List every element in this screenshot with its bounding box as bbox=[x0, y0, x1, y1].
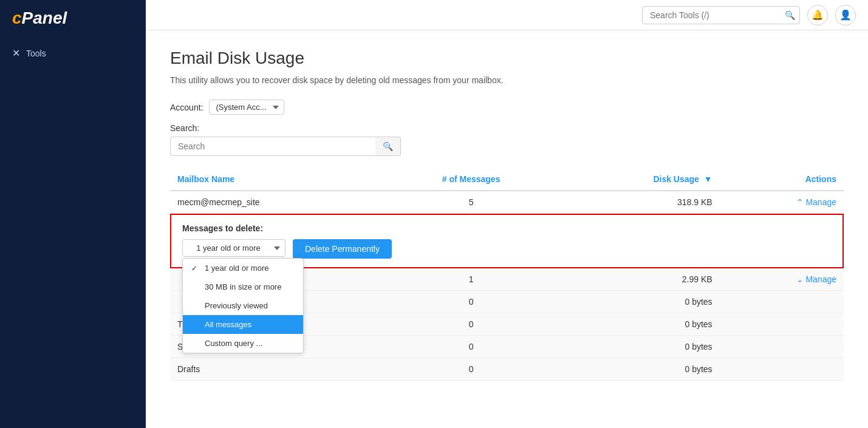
user-menu-button[interactable]: 👤 bbox=[835, 5, 856, 25]
sidebar-item-tools[interactable]: ✕ Tools bbox=[0, 40, 146, 66]
dropdown-item-custom[interactable]: Custom query ... bbox=[183, 334, 303, 353]
dropdown-item-all[interactable]: All messages bbox=[183, 315, 303, 334]
cell-messages: 1 bbox=[389, 268, 553, 291]
account-row: Account: (System Acc... bbox=[170, 100, 844, 115]
cell-disk: 0 bytes bbox=[553, 336, 720, 358]
topbar: 🔍 🔔 👤 bbox=[146, 0, 868, 30]
page-title: Email Disk Usage bbox=[170, 49, 844, 68]
sidebar-nav: ✕ Tools bbox=[0, 34, 146, 72]
sidebar-item-label: Tools bbox=[26, 49, 46, 58]
manage-expanded-panel: Messages to delete: 1 year old or more ✓ bbox=[170, 214, 844, 268]
content: Email Disk Usage This utility allows you… bbox=[146, 30, 868, 428]
table-row: Drafts 0 0 bytes bbox=[170, 358, 844, 381]
search-icon: 🔍 bbox=[383, 141, 393, 151]
cell-mailbox: Drafts bbox=[170, 358, 389, 381]
dropdown-item-viewed[interactable]: Previously viewed bbox=[183, 296, 303, 315]
col-messages[interactable]: # of Messages bbox=[389, 168, 553, 191]
tools-icon: ✕ bbox=[12, 47, 20, 59]
account-select[interactable]: (System Acc... bbox=[209, 100, 284, 115]
cell-disk: 0 bytes bbox=[553, 291, 720, 313]
cell-actions: ⌄ Manage bbox=[720, 268, 844, 291]
dropdown-menu: ✓ 1 year old or more 30 MB in size or mo… bbox=[182, 258, 304, 353]
dropdown-item-30mb[interactable]: 30 MB in size or more bbox=[183, 277, 303, 296]
search-tools-button[interactable]: 🔍 bbox=[785, 10, 795, 20]
cell-actions: ⌃ Manage bbox=[720, 191, 844, 214]
cell-disk: 0 bytes bbox=[553, 358, 720, 381]
manage-link-row2[interactable]: ⌄ Manage bbox=[796, 274, 836, 284]
sidebar: cPanel ✕ Tools bbox=[0, 0, 146, 428]
dropdown-selected-text: 1 year old or more bbox=[196, 243, 261, 253]
messages-dropdown[interactable]: 1 year old or more bbox=[182, 239, 285, 257]
expanded-panel-cell: Messages to delete: 1 year old or more ✓ bbox=[170, 214, 844, 269]
main-area: 🔍 🔔 👤 Email Disk Usage This utility allo… bbox=[146, 0, 868, 428]
page-description: This utility allows you to recover disk … bbox=[170, 75, 844, 85]
sort-icon: ▼ bbox=[704, 174, 713, 184]
cell-messages: 0 bbox=[389, 358, 553, 381]
dropdown-item-label: All messages bbox=[205, 320, 251, 329]
cell-mailbox: mecm@mecmep_site bbox=[170, 191, 389, 214]
search-button[interactable]: 🔍 bbox=[375, 137, 401, 156]
col-actions: Actions bbox=[720, 168, 844, 191]
cpanel-logo: cPanel bbox=[0, 0, 146, 34]
cpanel-logo-text: cPanel bbox=[12, 8, 67, 28]
mailbox-table: Mailbox Name # of Messages Disk Usage ▼ … bbox=[170, 168, 844, 381]
notifications-button[interactable]: 🔔 bbox=[807, 5, 828, 25]
account-label: Account: bbox=[170, 103, 203, 112]
search-tools-wrapper: 🔍 bbox=[642, 6, 800, 24]
manage-expanded-row: 1 year old or more ✓ 1 year old or more bbox=[182, 239, 832, 259]
cell-actions bbox=[720, 336, 844, 358]
cell-messages: 0 bbox=[389, 291, 553, 313]
search-input-wrapper: 🔍 bbox=[170, 137, 401, 156]
search-input[interactable] bbox=[170, 137, 375, 156]
manage-link-row1[interactable]: ⌃ Manage bbox=[796, 197, 836, 207]
cell-messages: 0 bbox=[389, 336, 553, 358]
cell-disk: 0 bytes bbox=[553, 313, 720, 336]
user-icon: 👤 bbox=[839, 9, 852, 21]
dropdown-item-1year[interactable]: ✓ 1 year old or more bbox=[183, 259, 303, 277]
cell-messages: 0 bbox=[389, 313, 553, 336]
cell-disk: 2.99 KB bbox=[553, 268, 720, 291]
search-label: Search: bbox=[170, 123, 844, 133]
table-header-row: Mailbox Name # of Messages Disk Usage ▼ … bbox=[170, 168, 844, 191]
cell-actions bbox=[720, 291, 844, 313]
dropdown-wrapper: 1 year old or more ✓ 1 year old or more bbox=[182, 239, 285, 257]
cell-messages: 5 bbox=[389, 191, 553, 214]
dropdown-item-label: 30 MB in size or more bbox=[205, 282, 281, 291]
dropdown-item-label: 1 year old or more bbox=[205, 263, 269, 273]
search-tools-input[interactable] bbox=[642, 6, 800, 24]
cell-actions bbox=[720, 358, 844, 381]
search-row: Search: 🔍 bbox=[170, 123, 844, 156]
bell-icon: 🔔 bbox=[812, 9, 824, 21]
delete-permanently-button[interactable]: Delete Permanently bbox=[293, 239, 392, 259]
col-mailbox[interactable]: Mailbox Name bbox=[170, 168, 389, 191]
table-body: mecm@mecmep_site 5 318.9 KB ⌃ Manage Mes… bbox=[170, 191, 844, 381]
table-header: Mailbox Name # of Messages Disk Usage ▼ … bbox=[170, 168, 844, 191]
table-row: mecm@mecmep_site 5 318.9 KB ⌃ Manage bbox=[170, 191, 844, 214]
dropdown-item-label: Custom query ... bbox=[205, 339, 262, 348]
cell-disk: 318.9 KB bbox=[553, 191, 720, 214]
cell-actions bbox=[720, 313, 844, 336]
expanded-panel-row: Messages to delete: 1 year old or more ✓ bbox=[170, 214, 844, 269]
col-disk[interactable]: Disk Usage ▼ bbox=[553, 168, 720, 191]
check-icon: ✓ bbox=[191, 264, 200, 273]
messages-to-delete-label: Messages to delete: bbox=[182, 223, 832, 233]
dropdown-item-label: Previously viewed bbox=[205, 301, 268, 310]
